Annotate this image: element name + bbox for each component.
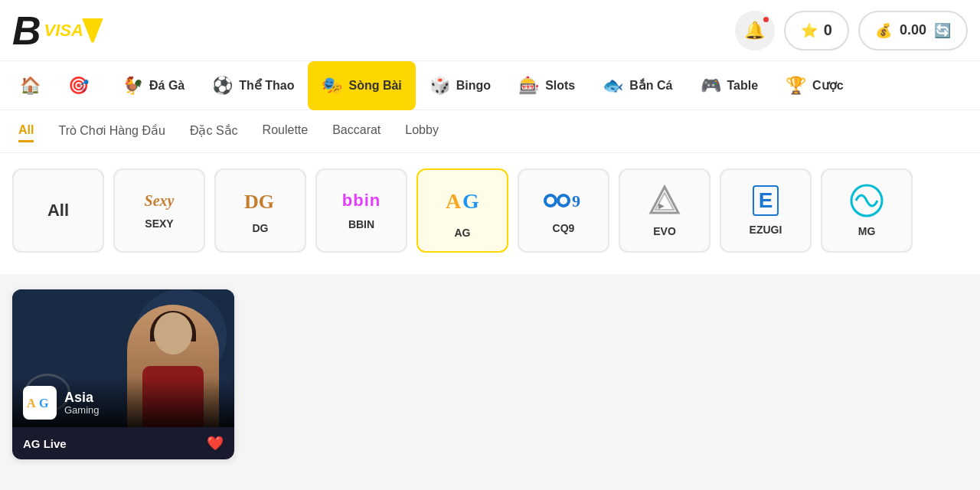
sexy-label: SEXY: [145, 217, 173, 230]
provider-cq9[interactable]: 9 CQ9: [518, 168, 609, 253]
mg-logo-svg: [850, 184, 884, 217]
nav-slots-label: Slots: [545, 79, 575, 93]
brand-text: Asia Gaming: [64, 390, 100, 416]
notification-dot: [763, 17, 769, 22]
subnav: All Trò Chơi Hàng Đầu Đặc Sắc Roulette B…: [0, 110, 980, 153]
games-section: A G Asia Gaming AG Live ❤️: [0, 274, 980, 475]
nav-song-bai-label: Sòng Bài: [348, 79, 401, 93]
svg-text:G: G: [39, 397, 49, 410]
evo-logo-svg: ▶: [648, 184, 681, 217]
ezugi-label: EZUGI: [750, 224, 782, 236]
bbin-label: BBIN: [348, 218, 374, 230]
brand-sub: Gaming: [64, 404, 100, 416]
svg-point-7: [560, 197, 567, 204]
svg-text:▶: ▶: [658, 201, 665, 210]
logo-visa-text: VISA: [44, 21, 83, 41]
nav-da-ga[interactable]: 🐓 Đá Gà: [109, 61, 198, 110]
bingo-icon: 🎲: [430, 76, 450, 96]
ag-logo: A G: [444, 182, 481, 219]
subnav-roulette[interactable]: Roulette: [263, 120, 309, 142]
refresh-icon: 🔄: [934, 22, 951, 39]
nav-the-thao[interactable]: ⚽ Thể Thao: [198, 61, 308, 110]
balance-button[interactable]: 💰 0.00 🔄: [858, 11, 968, 51]
the-thao-icon: ⚽: [212, 76, 233, 96]
dg-logo-svg: DG: [241, 187, 279, 214]
svg-text:9: 9: [572, 191, 580, 211]
nav-cuoc[interactable]: 🏆 Cược: [772, 61, 857, 110]
nav-song-bai[interactable]: 🎭 Sòng Bài: [308, 61, 415, 110]
svg-text:A: A: [446, 189, 462, 213]
home-icon: 🏠: [20, 76, 41, 96]
balance-amount: 0.00: [900, 22, 926, 38]
provider-all[interactable]: All: [12, 168, 104, 253]
provider-section: All Sexy SEXY DG DG bbin BBIN A G: [0, 153, 980, 274]
header: B VISA 🔔 ⭐ 0 💰 0.00 🔄: [0, 0, 980, 61]
provider-dg[interactable]: DG DG: [214, 168, 306, 253]
provider-bbin[interactable]: bbin BBIN: [315, 168, 407, 253]
subnav-dac-sac[interactable]: Đặc Sắc: [190, 120, 238, 143]
nav-the-thao-label: Thể Thao: [239, 78, 294, 93]
mg-label: MG: [858, 225, 876, 237]
all-label: All: [47, 201, 69, 220]
provider-ezugi[interactable]: E EZUGI: [720, 168, 812, 253]
header-right: 🔔 ⭐ 0 💰 0.00 🔄: [735, 11, 968, 51]
table-icon: 🎮: [701, 76, 721, 96]
notification-button[interactable]: 🔔: [735, 11, 775, 51]
cq9-logo-svg: 9: [543, 187, 584, 214]
logo-b-letter: B: [12, 11, 41, 51]
subnav-tro-choi-hang-dau[interactable]: Trò Chơi Hàng Đầu: [58, 120, 165, 143]
game-title-bar: AG Live ❤️: [12, 427, 234, 459]
svg-point-5: [547, 197, 554, 204]
nav-table-label: Table: [727, 79, 759, 93]
sexy-logo: Sexy: [145, 192, 175, 210]
bbin-logo: bbin: [342, 191, 381, 211]
provider-mg[interactable]: MG: [821, 168, 913, 253]
navbar: 🏠 🎯 🐓 Đá Gà ⚽ Thể Thao 🎭 Sòng Bài 🎲 Bing…: [0, 61, 980, 110]
da-ga-icon: 🐓: [122, 76, 143, 96]
cq9-label: CQ9: [553, 222, 575, 234]
brand-name: Asia: [64, 390, 100, 404]
nav-slots[interactable]: 🎰 Slots: [505, 61, 589, 110]
nav-ban-ca[interactable]: 🐟 Bắn Cá: [589, 61, 686, 110]
game-card-ag-live[interactable]: A G Asia Gaming AG Live ❤️: [12, 289, 234, 459]
favorites-button[interactable]: ⭐ 0: [784, 11, 849, 51]
provider-sexy[interactable]: Sexy SEXY: [113, 168, 205, 253]
subnav-baccarat[interactable]: Baccarat: [332, 120, 381, 142]
nav-cuoc-label: Cược: [812, 78, 843, 93]
nav-da-ga-label: Đá Gà: [149, 79, 185, 93]
nav-bingo-label: Bingo: [456, 79, 491, 93]
cuoc-icon: 🏆: [786, 76, 806, 96]
game-card-image: A G Asia Gaming: [12, 289, 234, 427]
nav-home[interactable]: 🏠: [6, 61, 54, 110]
balance-icon: 💰: [875, 22, 892, 39]
nav-lottery[interactable]: 🎯: [54, 61, 109, 110]
svg-text:DG: DG: [244, 191, 274, 213]
nav-table[interactable]: 🎮 Table: [687, 61, 773, 110]
game-brand-overlay: A G Asia Gaming: [12, 377, 234, 427]
dg-label: DG: [253, 222, 269, 234]
provider-ag[interactable]: A G AG: [416, 168, 508, 253]
subnav-lobby[interactable]: Lobby: [405, 120, 439, 142]
logo-v-shape: [82, 18, 103, 43]
provider-grid: All Sexy SEXY DG DG bbin BBIN A G: [12, 168, 968, 259]
evo-label: EVO: [653, 225, 676, 237]
game-title: AG Live: [23, 437, 67, 450]
heart-icon[interactable]: ❤️: [207, 435, 224, 452]
ban-ca-icon: 🐟: [603, 76, 623, 96]
svg-marker-9: [651, 187, 678, 213]
svg-text:G: G: [462, 189, 479, 213]
nav-bingo[interactable]: 🎲 Bingo: [416, 61, 505, 110]
lottery-icon: 🎯: [68, 76, 89, 96]
ag-logo-small: A G: [23, 386, 57, 420]
slots-icon: 🎰: [518, 76, 539, 96]
ezugi-logo: E: [753, 185, 779, 216]
provider-evo[interactable]: ▶ EVO: [619, 168, 710, 253]
logo: B VISA: [12, 11, 103, 51]
star-count: 0: [824, 21, 832, 39]
nav-ban-ca-label: Bắn Cá: [629, 78, 672, 93]
ag-label: AG: [455, 227, 471, 239]
svg-text:A: A: [27, 397, 36, 410]
woman-head: [154, 312, 192, 354]
song-bai-icon: 🎭: [322, 76, 342, 96]
subnav-all[interactable]: All: [18, 120, 34, 142]
